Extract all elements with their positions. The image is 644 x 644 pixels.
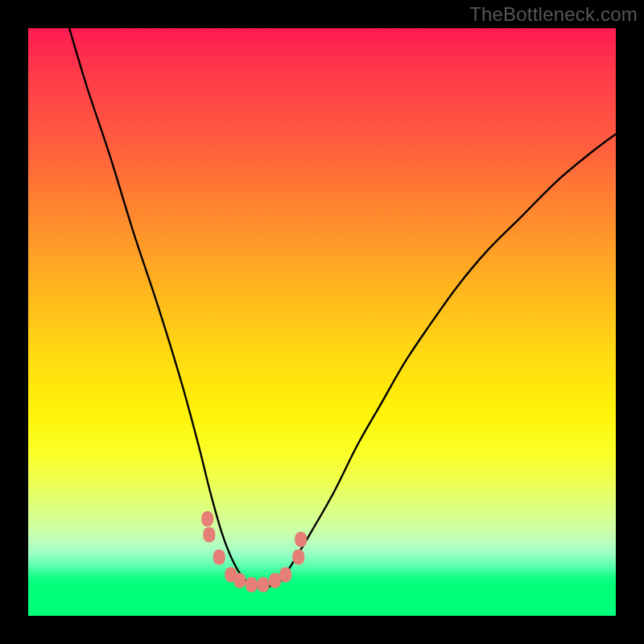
svg-rect-2 [213,550,225,565]
svg-rect-4 [233,573,246,588]
svg-rect-8 [279,567,291,582]
chart-frame: TheBottleneck.com [0,0,644,644]
svg-rect-0 [201,511,213,526]
plot-area [28,28,616,616]
bottleneck-curve [69,28,616,587]
svg-rect-9 [292,550,304,565]
svg-rect-5 [246,577,258,592]
trough-markers [201,511,307,592]
svg-rect-6 [258,577,270,592]
curve-layer [28,28,616,616]
svg-rect-7 [269,573,281,588]
watermark-text: TheBottleneck.com [469,3,638,26]
svg-rect-10 [295,532,307,547]
svg-rect-1 [203,527,215,543]
